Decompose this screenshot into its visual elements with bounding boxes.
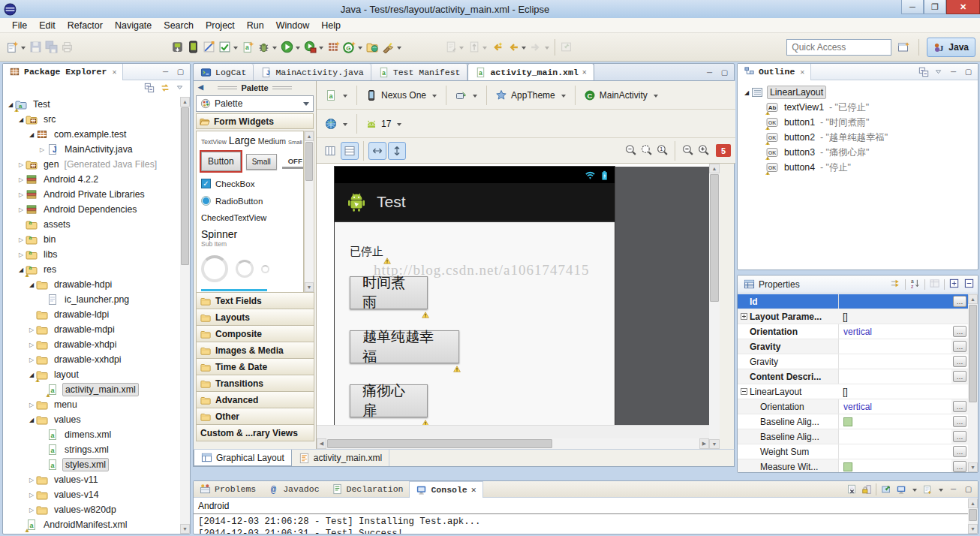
layout-canvas[interactable]: Test 已停止 http://blog.csdn.net/a106174741… (317, 164, 709, 438)
tree-item-values-w820dp[interactable]: ▷values-w820dp (3, 502, 180, 517)
tree-item-ic-launcher-png[interactable]: ic_launcher.png (3, 292, 180, 307)
show-palette-rows-button[interactable] (341, 142, 359, 160)
tree-item-drawable-xhdpi[interactable]: ▷drawable-xhdpi (3, 337, 180, 352)
show-palette-columns-button[interactable] (321, 142, 339, 160)
palette-combo[interactable]: Palette (196, 95, 314, 112)
tree-item-layout[interactable]: ◢layout (3, 367, 180, 382)
palette-category-other[interactable]: Other (196, 408, 314, 425)
editor-tab-mainactivity-java[interactable]: JMainActivity.java (254, 64, 371, 80)
tab-outline[interactable]: Outline ✕ (738, 64, 811, 80)
link-with-editor-icon[interactable] (160, 83, 170, 95)
maximize-view-icon[interactable]: ▢ (175, 66, 186, 77)
menu-item-run[interactable]: Run (241, 19, 270, 32)
run-button[interactable] (279, 38, 302, 56)
tree-item-src[interactable]: ◢src (3, 112, 180, 127)
tree-item-styles-xml[interactable]: astyles.xml (3, 457, 180, 472)
zoom-100-button[interactable]: 1 (656, 143, 669, 158)
chevron-down-icon[interactable] (912, 489, 917, 492)
palette-category-custom[interactable]: Custom & ...rary Views (196, 424, 314, 441)
activity-selector[interactable]: C MainActivity (580, 87, 663, 104)
menu-item-project[interactable]: Project (200, 19, 241, 32)
palette-scrollbar[interactable]: ▲▼ (304, 131, 314, 293)
chevron-down-icon[interactable] (522, 47, 526, 50)
tree-item-values[interactable]: ◢values (3, 412, 180, 427)
tree-collapsed-arrow-icon[interactable]: ▷ (27, 342, 36, 348)
palette-textview[interactable]: TextView (201, 138, 227, 146)
outline-item-button2[interactable]: OKbutton2 - "越单纯越幸福" (738, 130, 978, 145)
tree-expanded-arrow-icon[interactable]: ◢ (17, 116, 26, 123)
outline-item-button4[interactable]: OKbutton4 - "停止" (738, 160, 978, 175)
close-view-icon[interactable]: ✕ (800, 68, 804, 77)
new-wizard-button[interactable] (5, 38, 28, 56)
ellipsis-button[interactable]: … (953, 446, 966, 457)
palette-progressbar-widgets[interactable] (201, 255, 299, 282)
close-tab-icon[interactable]: ✕ (582, 68, 587, 77)
tree-collapsed-arrow-icon[interactable]: ▷ (17, 206, 26, 213)
tree-item-res[interactable]: ◢ares (3, 262, 180, 277)
view-menu-icon[interactable] (176, 83, 184, 94)
menu-item-help[interactable]: Help (315, 19, 347, 32)
zoom-out-button[interactable] (681, 143, 694, 158)
menu-item-navigate[interactable]: Navigate (109, 19, 158, 32)
palette-spinner-widget[interactable]: Spinner (201, 228, 299, 240)
tree-item-drawable-ldpi[interactable]: drawable-ldpi (3, 307, 180, 322)
collapse-all-icon[interactable] (144, 83, 155, 95)
avd-manager-button[interactable] (185, 38, 201, 56)
property-row-content-descri-[interactable]: Content Descri...… (738, 369, 968, 384)
property-value[interactable] (838, 354, 951, 369)
menu-item-refactor[interactable]: Refactor (62, 19, 109, 32)
close-button[interactable]: ✕ (946, 0, 980, 14)
android-sdk-manager-button[interactable] (170, 38, 185, 56)
orientation-selector[interactable] (451, 87, 482, 104)
device-selector[interactable]: Nexus One (362, 87, 441, 104)
phone-preview[interactable]: Test 已停止 http://blog.csdn.net/a106174741… (335, 167, 615, 425)
tree-collapsed-arrow-icon[interactable]: ▷ (17, 161, 26, 168)
tree-item-android-4-2-2[interactable]: ▷Android 4.2.2 (3, 172, 180, 187)
maximize-view-icon[interactable]: ▢ (963, 483, 974, 495)
tree-collapsed-arrow-icon[interactable]: ▷ (17, 236, 26, 243)
console-tab-javadoc[interactable]: @Javadoc (262, 481, 325, 498)
palette-category-composite[interactable]: Composite (196, 325, 314, 342)
palette-radiobutton-widget[interactable]: RadioButton (201, 196, 299, 206)
palette-collapse-icon[interactable]: ◀ (198, 83, 203, 91)
palette-section-form-widgets[interactable]: Form Widgets (196, 113, 314, 129)
minimize-view-icon[interactable]: ─ (160, 66, 171, 77)
menu-item-search[interactable]: Search (158, 19, 200, 32)
locale-selector[interactable] (321, 116, 352, 132)
tree-item-drawable-hdpi[interactable]: ◢drawable-hdpi (3, 277, 180, 292)
property-row-gravity[interactable]: Gravity… (738, 339, 968, 354)
lint-button[interactable] (201, 38, 217, 56)
quick-access-input[interactable] (786, 39, 891, 56)
chevron-down-icon[interactable] (319, 47, 323, 50)
ellipsis-button[interactable]: … (953, 431, 966, 442)
property-value[interactable] (838, 459, 951, 472)
tree-collapsed-arrow-icon[interactable]: ▷ (27, 357, 36, 363)
properties-scrollbar[interactable]: ▲▼ (968, 294, 978, 472)
tree-collapsed-arrow-icon[interactable]: ▷ (27, 477, 36, 483)
tree-collapsed-arrow-icon[interactable]: ▷ (27, 507, 36, 513)
minimize-editor-icon[interactable]: ─ (704, 67, 715, 78)
palette-checkedtextview-widget[interactable]: CheckedTextView (201, 213, 299, 222)
tree-item-values-v14[interactable]: ▷values-v14 (3, 487, 180, 502)
canvas-button-2[interactable]: 越单纯越幸福 (350, 330, 459, 363)
clear-console-icon[interactable] (846, 483, 857, 495)
ellipsis-button[interactable]: … (953, 461, 966, 472)
chevron-down-icon[interactable] (358, 47, 362, 50)
property-row-gravity[interactable]: Gravity… (738, 354, 968, 369)
palette-button-widget[interactable]: Button (201, 152, 241, 171)
tree-item-activity-main-xml[interactable]: aactivity_main.xml (3, 382, 180, 397)
minimize-view-icon[interactable]: ─ (948, 66, 959, 77)
java-perspective-button[interactable]: JJava (927, 38, 975, 57)
tree-item-strings-xml[interactable]: astrings.xml (3, 442, 180, 457)
palette-category-time-date[interactable]: Time & Date (196, 358, 314, 375)
tree-expanded-arrow-icon[interactable]: ◢ (27, 417, 36, 423)
new-java-project-button[interactable] (326, 38, 341, 56)
expand-all-icon[interactable] (948, 278, 960, 291)
tree-collapsed-arrow-icon[interactable]: ▷ (27, 492, 36, 498)
maximize-view-icon[interactable]: ▢ (963, 66, 974, 77)
tree-item-androidmanifest-xml[interactable]: aAndroidManifest.xml (3, 517, 180, 532)
property-row-layout-parame-[interactable]: Layout Parame...[] (738, 309, 968, 324)
console-tab-declaration[interactable]: Declaration (326, 481, 410, 498)
canvas-textview[interactable]: 已停止 (350, 245, 383, 259)
expander-minus-icon[interactable] (738, 384, 750, 399)
